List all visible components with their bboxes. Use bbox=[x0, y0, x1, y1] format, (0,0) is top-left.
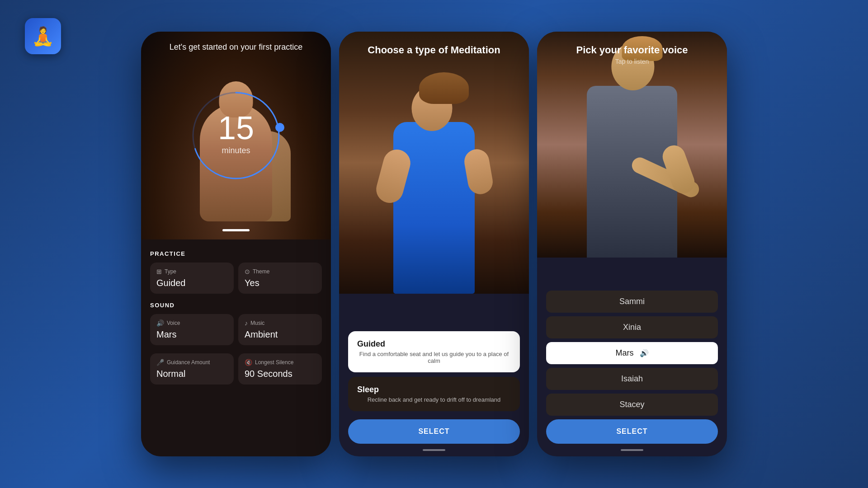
voice-option-xinia[interactable]: Xinia bbox=[546, 316, 718, 338]
panel-voice-pick: Pick your favorite voice Tap to listen S… bbox=[537, 32, 727, 456]
type-card[interactable]: ⊞ Type Guided bbox=[150, 263, 234, 294]
meditation-option-guided[interactable]: Guided Find a comfortable seat and let u… bbox=[348, 331, 520, 372]
music-header: ♪ Music bbox=[245, 319, 316, 327]
silence-value: 90 Seconds bbox=[245, 369, 316, 379]
panel3-header: Pick your favorite voice Tap to listen bbox=[537, 44, 727, 65]
timer-circle[interactable]: 15 minutes bbox=[186, 86, 286, 185]
scroll-indicator bbox=[222, 229, 250, 231]
grid-icon: ⊞ bbox=[156, 268, 162, 275]
silence-card[interactable]: 🔇 Longest Silence 90 Seconds bbox=[238, 353, 322, 385]
practice-settings: PRACTICE ⊞ Type Guided ⊙ Theme Yes SOUND bbox=[141, 239, 331, 456]
guidance-value: Normal bbox=[156, 369, 227, 379]
guided-desc: Find a comfortable seat and let us guide… bbox=[357, 351, 511, 364]
theme-card[interactable]: ⊙ Theme Yes bbox=[238, 263, 322, 294]
clock-icon: ⊙ bbox=[245, 268, 250, 275]
extra-grid: 🎤 Guidance Amount Normal 🔇 Longest Silen… bbox=[150, 353, 322, 385]
panel2-scroll-indicator bbox=[423, 449, 445, 451]
practice-grid: ⊞ Type Guided ⊙ Theme Yes bbox=[150, 263, 322, 294]
voice-option-mars[interactable]: Mars 🔊 bbox=[546, 342, 718, 364]
music-card[interactable]: ♪ Music Ambient bbox=[238, 314, 322, 345]
panel3-title: Pick your favorite voice bbox=[537, 44, 727, 56]
panel2-select-button[interactable]: SELECT bbox=[348, 419, 520, 444]
meditation-option-sleep[interactable]: Sleep Recline back and get ready to drif… bbox=[348, 377, 520, 411]
voice-header: 🔊 Voice bbox=[156, 319, 227, 327]
app-icon[interactable]: 🧘 bbox=[25, 18, 61, 54]
music-value: Ambient bbox=[245, 329, 316, 340]
practice-section-label: PRACTICE bbox=[150, 250, 322, 257]
voice-option-stacey[interactable]: Stacey bbox=[546, 394, 718, 416]
voice-options-list: Sammi Xinia Mars 🔊 Isaiah Stacey bbox=[546, 291, 718, 416]
voice-option-sammi[interactable]: Sammi bbox=[546, 291, 718, 313]
silence-header: 🔇 Longest Silence bbox=[245, 359, 316, 366]
guidance-card[interactable]: 🎤 Guidance Amount Normal bbox=[150, 353, 234, 385]
sleep-desc: Recline back and get ready to drift off … bbox=[357, 396, 511, 403]
sound-section-label: SOUND bbox=[150, 302, 322, 309]
voice-option-isaiah[interactable]: Isaiah bbox=[546, 368, 718, 390]
guidance-header: 🎤 Guidance Amount bbox=[156, 359, 227, 366]
voice-image bbox=[537, 32, 727, 258]
panel3-select-button[interactable]: SELECT bbox=[546, 419, 718, 444]
panel3-scroll-indicator bbox=[621, 449, 643, 451]
panel1-header: Let's get started on your first practice bbox=[141, 42, 331, 52]
voice-value: Mars bbox=[156, 329, 227, 340]
practice-image: 15 minutes bbox=[141, 32, 331, 239]
timer-number: 15 bbox=[218, 112, 254, 144]
type-value: Guided bbox=[156, 278, 227, 288]
timer-display: 15 minutes bbox=[218, 112, 254, 155]
mic-icon: 🎤 bbox=[156, 359, 164, 366]
svg-point-2 bbox=[275, 123, 284, 132]
panel-meditation-type: Choose a type of Meditation Guided Find … bbox=[339, 32, 529, 456]
sound-playing-icon: 🔊 bbox=[640, 349, 649, 357]
sound-grid: 🔊 Voice Mars ♪ Music Ambient bbox=[150, 314, 322, 345]
app-icon-emoji: 🧘 bbox=[32, 26, 54, 47]
volume-icon: 🔊 bbox=[156, 319, 164, 327]
meditation-image bbox=[339, 32, 529, 294]
mute-icon: 🔇 bbox=[245, 359, 252, 366]
guided-title: Guided bbox=[357, 339, 511, 349]
theme-header: ⊙ Theme bbox=[245, 268, 316, 275]
sleep-title: Sleep bbox=[357, 385, 511, 394]
panel2-title: Choose a type of Meditation bbox=[339, 44, 529, 56]
voice-card[interactable]: 🔊 Voice Mars bbox=[150, 314, 234, 345]
panel3-subtitle: Tap to listen bbox=[537, 58, 727, 65]
music-icon: ♪ bbox=[245, 319, 248, 327]
type-header: ⊞ Type bbox=[156, 268, 227, 275]
panel-practice: Let's get started on your first practice… bbox=[141, 32, 331, 456]
meditation-options: Guided Find a comfortable seat and let u… bbox=[348, 331, 520, 411]
timer-label: minutes bbox=[218, 146, 254, 155]
theme-value: Yes bbox=[245, 278, 316, 288]
